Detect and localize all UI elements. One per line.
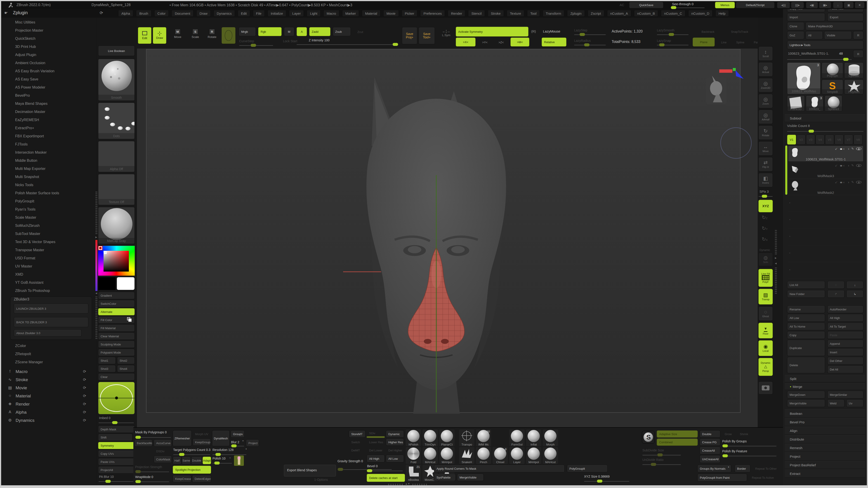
close-icon[interactable]: ✕ <box>855 2 865 8</box>
menu-macro[interactable]: Macro <box>323 10 339 17</box>
storemt-button[interactable]: StoreMT <box>349 430 366 437</box>
polish-brush-chip[interactable] <box>234 455 244 466</box>
brush-thumbnail[interactable]: Layer <box>509 447 525 464</box>
menu-zscript[interactable]: Zscript <box>588 10 604 17</box>
tray-left-icon[interactable]: ◂|||| <box>777 2 790 8</box>
live-boolean-button[interactable]: Live Boolean <box>98 46 135 56</box>
dsdiv-button[interactable]: DSDiv <box>154 448 172 455</box>
pa-blur-label[interactable]: PA Blur 10 <box>99 475 114 479</box>
zplugin-item[interactable]: Nicks Tools <box>15 183 33 187</box>
zplugin-item[interactable]: BevelPro <box>15 94 30 98</box>
all-to-home-button[interactable]: All To Home <box>787 323 825 330</box>
detectedges-button[interactable]: DetectEdges <box>192 475 211 482</box>
tool-thumbnail[interactable]: Sphere3 <box>825 95 842 111</box>
zplugin-item[interactable]: XMD <box>15 272 23 276</box>
delete-button[interactable]: Delete <box>787 357 825 373</box>
xyz-size-label[interactable]: XYZ Size 0.38669 <box>584 475 610 478</box>
undivide-label[interactable]: UnDivide Ratio <box>643 458 663 462</box>
brush-thumbnail[interactable]: Smooth <box>98 59 135 101</box>
tool-r-button[interactable]: R <box>853 50 864 58</box>
goz-button[interactable]: GoZ <box>787 31 804 39</box>
tool-thumbnail[interactable]: SSimpleB <box>822 79 843 94</box>
tool-thumbnail[interactable]: PolySph <box>822 62 843 78</box>
zplugin-item[interactable]: FJTools <box>15 142 28 147</box>
strip-invers-button[interactable]: ◧Invers <box>758 173 773 187</box>
subtool-tab-v5[interactable]: V5 <box>825 135 834 144</box>
subtool-empty-row[interactable] <box>788 229 864 246</box>
menu-dynamics[interactable]: Dynamics <box>214 10 235 17</box>
section-align[interactable]: Align <box>785 427 865 435</box>
subtool-tab-v3[interactable]: V3 <box>806 135 815 144</box>
subdivide-size-slider[interactable] <box>643 455 681 455</box>
brush-thumbnail[interactable]: MAHcut <box>543 447 558 464</box>
tray-right-icon[interactable]: ||||▸ <box>791 2 804 8</box>
higher-res-button[interactable]: Higher Res <box>386 438 404 446</box>
rotate-z-icon[interactable]: ↻Z <box>762 215 767 221</box>
morph-uv-button[interactable]: Morph UV <box>193 430 211 437</box>
all-to-target-button[interactable]: All To Target <box>827 323 864 330</box>
copy-tool-button[interactable]: Copy Tool <box>787 9 825 12</box>
xyz-size-slider[interactable] <box>584 481 629 482</box>
section-boolean[interactable]: Boolean <box>785 410 865 418</box>
imbed-widget[interactable] <box>98 382 135 414</box>
shot3-button[interactable]: Shot3 <box>98 365 116 372</box>
all-high-button2[interactable]: All High <box>367 455 385 462</box>
rename-button[interactable]: Rename <box>787 305 825 313</box>
target-polygons-slider[interactable] <box>173 454 210 455</box>
brush-thumbnail[interactable]: Transpo <box>459 429 474 446</box>
mask-by-polygroups-slider[interactable] <box>135 437 171 438</box>
brush-thumbnail[interactable]: 8Chisel <box>493 447 508 464</box>
zplugin-item[interactable]: Polish Master Surface tools <box>15 191 59 195</box>
grow-button[interactable]: Grow <box>722 430 736 437</box>
gradient-button[interactable]: Gradient <box>98 292 135 299</box>
refresh-icon[interactable]: ⟳ <box>83 402 86 406</box>
menu-marker[interactable]: Marker <box>342 10 359 17</box>
subtool-tab-v7[interactable]: V7 <box>844 135 853 144</box>
menu-file[interactable]: File <box>253 10 265 17</box>
polish-groups-label[interactable]: Polish By Groups <box>722 440 747 443</box>
lockstart-label[interactable]: Lock Start <box>283 39 297 43</box>
merge-section[interactable]: ●Merge <box>785 383 865 390</box>
document-view[interactable] <box>137 48 758 427</box>
zplugin-item[interactable]: QuickSketch <box>15 37 35 41</box>
polish-feature-label[interactable]: Polish By Feature <box>722 449 747 453</box>
palette-render[interactable]: Render <box>16 402 30 407</box>
wrapmode-label[interactable]: WrapMode 0 <box>135 475 153 479</box>
quicksave-button[interactable]: QuickSave <box>629 2 663 8</box>
hue-cursor[interactable] <box>98 246 102 250</box>
zplugin-item[interactable]: ZBrush To Photoshop <box>15 289 50 293</box>
menu-material[interactable]: Material <box>362 10 380 17</box>
gravity-slider[interactable] <box>338 469 392 470</box>
strip-ghost-button[interactable]: ◌Ghost <box>758 306 773 321</box>
backfacemask-button[interactable]: BackfaceMask <box>134 440 152 447</box>
plane-button[interactable]: Plane <box>692 37 715 46</box>
mergesimilar-button[interactable]: MergeSimilar <box>827 391 864 398</box>
shot1-button[interactable]: Shot1 <box>98 357 116 364</box>
section-distribute[interactable]: Distribute <box>785 435 865 443</box>
mergedown-button[interactable]: MergeDown <box>787 391 825 398</box>
blur-slider[interactable] <box>230 446 244 447</box>
goz-all-button[interactable]: All <box>806 31 823 39</box>
zbuilder-label[interactable]: ZBuilder3 <box>14 297 29 301</box>
camera-head-preview[interactable] <box>706 76 726 104</box>
palette-alpha[interactable]: Alpha <box>16 410 27 415</box>
polygroupit-button[interactable]: PolyGroupIt <box>567 465 608 473</box>
strip-xyz-button[interactable]: XYZ <box>758 200 773 213</box>
zcut-button[interactable]: Zcut <box>353 28 368 36</box>
subtool-item[interactable]: ↙●●◐◑✎ 100623_WolfMask.ST01-1 <box>788 145 864 162</box>
strip-actual-button[interactable]: ◎Actual <box>758 62 773 76</box>
alpha-thumbnail[interactable]: Alpha Off <box>98 141 135 172</box>
repeat-active-button[interactable]: Repeat To Active <box>749 474 778 482</box>
spotlight-projection-button[interactable]: Spotlight Projection <box>173 466 211 474</box>
polish-groups-slider[interactable] <box>722 446 776 447</box>
project-button[interactable]: Project <box>246 440 259 447</box>
seethrough-slider[interactable] <box>671 7 705 8</box>
tool-thumbnail[interactable]: Cylinder <box>844 62 864 78</box>
subtool-down-button[interactable]: ↓ <box>846 281 864 289</box>
zplugin-item[interactable]: Intersection Masker <box>15 151 47 155</box>
delmt-button[interactable]: DelMT <box>349 447 366 454</box>
duplicate-button[interactable]: Duplicate <box>787 340 825 356</box>
alternate-button[interactable]: Alternate <box>98 308 135 315</box>
strip-flip-h-button[interactable]: ⇄Flip H <box>758 157 773 171</box>
split-section[interactable]: Split <box>785 375 865 382</box>
